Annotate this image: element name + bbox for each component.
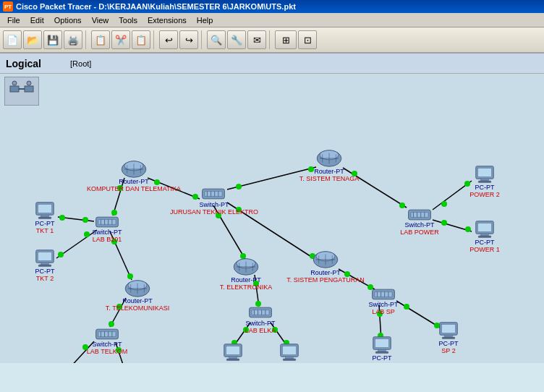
switch-lab-telkom[interactable] — [96, 329, 119, 339]
menu-view[interactable]: View — [88, 15, 114, 25]
svg-text:Router-PT: Router-PT — [310, 269, 341, 276]
svg-text:PC-PT: PC-PT — [35, 268, 56, 275]
tb-open[interactable]: 📂 — [23, 30, 42, 49]
router-telkom[interactable] — [125, 281, 150, 297]
svg-point-22 — [154, 179, 160, 185]
svg-text:LAB ELKA: LAB ELKA — [245, 327, 276, 334]
svg-point-62 — [111, 210, 117, 216]
tb-paste[interactable]: 📋 — [132, 30, 150, 49]
pc-elka1[interactable] — [224, 344, 242, 361]
svg-text:JURUSAN TEKNIK ELEKTRO: JURUSAN TEKNIK ELEKTRO — [170, 208, 258, 216]
svg-text:Switch-PT: Switch-PT — [245, 320, 276, 327]
svg-point-59 — [434, 323, 440, 328]
workspace[interactable]: Router-PT KOMPUTER DAN TELEMATIKA Switch… — [0, 74, 544, 363]
svg-point-67 — [84, 231, 90, 237]
tb-save[interactable]: 💾 — [43, 30, 62, 49]
switch-lab-power[interactable] — [409, 210, 431, 220]
pc-power2[interactable] — [476, 166, 494, 183]
svg-point-26 — [308, 166, 314, 172]
svg-text:TKT 2: TKT 2 — [36, 275, 54, 282]
svg-text:LAB B201: LAB B201 — [93, 236, 122, 243]
svg-text:Switch-PT: Switch-PT — [199, 201, 229, 208]
svg-text:PC-PT: PC-PT — [475, 184, 496, 191]
svg-text:T. ELEKTRONIKA: T. ELEKTRONIKA — [220, 284, 273, 291]
svg-point-23 — [192, 194, 198, 200]
svg-text:Switch-PT: Switch-PT — [92, 229, 122, 236]
svg-point-34 — [441, 220, 447, 226]
tb-new[interactable]: 📄 — [3, 30, 22, 49]
svg-text:TKT 1: TKT 1 — [36, 227, 54, 234]
svg-text:Router-PT: Router-PT — [122, 297, 153, 304]
tb-pdu[interactable]: ✉ — [247, 30, 266, 49]
svg-point-35 — [465, 226, 471, 232]
menu-edit[interactable]: Edit — [26, 15, 48, 25]
svg-text:SP 2: SP 2 — [441, 347, 455, 354]
svg-text:T. SISTEM TENAGA: T. SISTEM TENAGA — [299, 175, 359, 182]
svg-text:PC-PT: PC-PT — [280, 362, 300, 363]
svg-text:PC-PT: PC-PT — [475, 239, 496, 246]
tb-sep3 — [201, 30, 204, 49]
tb-redo[interactable]: ↪ — [179, 30, 198, 49]
svg-point-32 — [464, 181, 470, 187]
switch-lab-elka[interactable] — [250, 307, 272, 318]
svg-point-68 — [58, 252, 64, 257]
pc-tkt2[interactable] — [36, 250, 54, 267]
svg-point-29 — [399, 203, 405, 208]
svg-text:LAB TELKOM: LAB TELKOM — [87, 348, 127, 355]
svg-text:Router-PT: Router-PT — [314, 168, 344, 175]
svg-text:LAB SP: LAB SP — [372, 308, 395, 315]
svg-point-74 — [109, 321, 114, 327]
menu-help[interactable]: Help — [192, 15, 218, 25]
tb-sep4 — [269, 30, 272, 49]
svg-text:LAB POWER: LAB POWER — [400, 229, 439, 236]
router-komputer[interactable] — [122, 161, 146, 177]
tb-copy[interactable]: 📋 — [91, 30, 110, 49]
svg-text:POWER 1: POWER 1 — [469, 246, 500, 253]
pc-sp1[interactable] — [373, 337, 391, 354]
svg-text:PC-PT: PC-PT — [224, 362, 244, 363]
svg-text:PC-PT: PC-PT — [373, 354, 393, 362]
svg-text:KOMPUTER DAN TELEMATIKA: KOMPUTER DAN TELEMATIKA — [87, 185, 181, 192]
tb-move[interactable]: ⊡ — [298, 30, 317, 49]
switch-lab-b201[interactable] — [96, 217, 119, 227]
svg-point-65 — [59, 215, 65, 221]
root-label: [Root] — [70, 59, 91, 68]
svg-text:Switch-PT: Switch-PT — [92, 341, 122, 348]
svg-text:Switch-PT: Switch-PT — [368, 301, 399, 308]
router-sp[interactable] — [313, 252, 338, 268]
pc-sp2[interactable] — [440, 323, 458, 339]
pc-power1[interactable] — [476, 221, 494, 238]
switch-jurusan[interactable] — [203, 189, 225, 199]
tb-undo[interactable]: ↩ — [159, 30, 178, 49]
tb-inspect[interactable]: 🔧 — [227, 30, 246, 49]
switch-lab-sp[interactable] — [373, 289, 395, 299]
svg-text:PC-PT: PC-PT — [439, 340, 459, 347]
svg-text:Router-PT: Router-PT — [231, 276, 261, 284]
router-tenaga[interactable] — [317, 150, 341, 166]
titlebar: PT Cisco Packet Tracer - D:\KERJAAN\Kuli… — [0, 0, 544, 13]
app-icon: PT — [3, 1, 13, 12]
tb-cluster[interactable]: ⊞ — [275, 30, 297, 49]
svg-point-53 — [367, 284, 373, 290]
logicalbar: Logical [Root] — [0, 54, 544, 74]
menu-tools[interactable]: Tools — [114, 15, 142, 25]
menu-file[interactable]: File — [3, 15, 25, 25]
tb-sep2 — [153, 30, 156, 49]
svg-point-58 — [404, 304, 409, 310]
router-elektronika[interactable] — [234, 259, 258, 275]
svg-text:POWER 2: POWER 2 — [469, 191, 500, 198]
tb-sep1 — [85, 30, 88, 49]
tb-cut[interactable]: ✂️ — [111, 30, 130, 49]
svg-text:T. SISTEM PENGATURAN: T. SISTEM PENGATURAN — [286, 276, 364, 284]
window-title: Cisco Packet Tracer - D:\KERJAAN\Kuliah\… — [16, 2, 296, 11]
menubar: File Edit Options View Tools Extensions … — [0, 13, 544, 27]
pc-elka2[interactable] — [281, 344, 299, 361]
tb-zoom[interactable]: 🔍 — [207, 30, 226, 49]
menu-options[interactable]: Options — [50, 15, 86, 25]
svg-point-44 — [255, 301, 261, 307]
menu-extensions[interactable]: Extensions — [143, 15, 191, 25]
svg-text:Router-PT: Router-PT — [119, 178, 149, 185]
svg-point-71 — [127, 273, 133, 279]
pc-tkt1[interactable] — [36, 203, 54, 219]
tb-print[interactable]: 🖨️ — [64, 30, 82, 49]
